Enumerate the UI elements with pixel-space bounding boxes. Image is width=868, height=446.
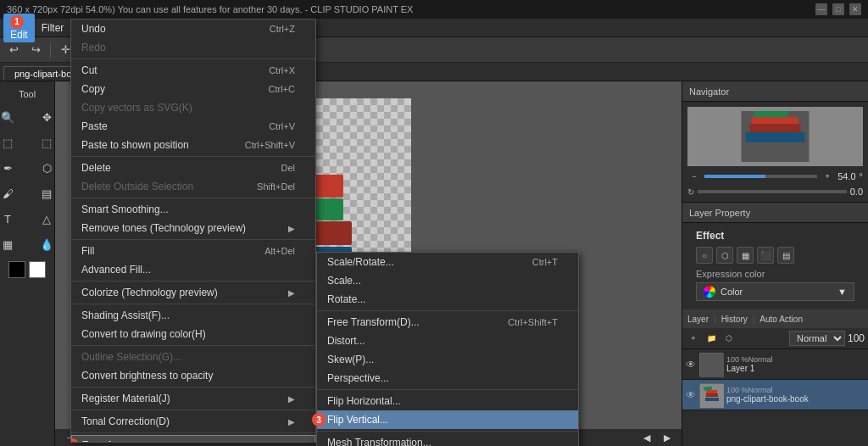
effect-label: Effect: [689, 226, 861, 245]
text-tool[interactable]: T: [0, 207, 26, 231]
submenu-scale[interactable]: Scale...: [317, 271, 578, 290]
search-tool[interactable]: 🔍: [0, 105, 26, 129]
menu-remove-tones[interactable]: Remove tones (Technology preview) ▶: [71, 219, 315, 237]
remove-tones-arrow: ▶: [288, 224, 295, 233]
menu-outline-selection[interactable]: Outline Selection(G)...: [71, 348, 315, 366]
maximize-button[interactable]: □: [832, 3, 844, 15]
distort-label: Distort...: [327, 335, 365, 347]
select-rect-tool[interactable]: ⬚: [0, 131, 26, 154]
copy-label: Copy: [81, 83, 105, 95]
menu-cut[interactable]: Cut Ctrl+X: [71, 61, 315, 80]
edit-badge: 1: [10, 15, 24, 29]
effect-btn-3[interactable]: ▦: [737, 247, 754, 264]
submenu-skew[interactable]: Skew(P)...: [317, 350, 578, 369]
flip-vertical-badge: 3: [312, 413, 326, 426]
effect-btn-2[interactable]: ⬡: [716, 247, 733, 264]
sub-sep-3: [317, 431, 578, 432]
svg-rect-18: [705, 398, 719, 401]
register-material-label: Register Material(J): [81, 393, 170, 404]
menu-transform[interactable]: 2 Transform ▶: [71, 435, 315, 443]
layer-row-2[interactable]: 👁 100 %Normal png-clipart-book-book: [682, 380, 868, 410]
submenu-distort[interactable]: Distort...: [317, 332, 578, 350]
submenu-mesh-transform[interactable]: Mesh Transformation...: [317, 433, 578, 446]
submenu-free-transform[interactable]: Free Transform(D)... Ctrl+Shift+T: [317, 313, 578, 332]
gradient-tool[interactable]: ▦: [0, 232, 26, 256]
menu-shading[interactable]: Shading Assist(F)...: [71, 306, 315, 325]
menu-paste-position[interactable]: Paste to shown position Ctrl+Shift+V: [71, 136, 315, 154]
submenu-flip-vertical[interactable]: 3 Flip Vertical...: [317, 410, 578, 429]
submenu-rotate[interactable]: Rotate...: [317, 290, 578, 309]
angle-value: 0.0: [850, 187, 863, 197]
submenu-perspective[interactable]: Perspective...: [317, 369, 578, 387]
menu-copy-svg[interactable]: Copy vectors as SVG(K): [71, 98, 315, 117]
layer-folder-button[interactable]: 📁: [704, 331, 719, 346]
pen-tool[interactable]: ✒: [0, 156, 26, 180]
undo-button[interactable]: ↩: [3, 40, 24, 60]
sub-sep-1: [317, 310, 578, 311]
nav-slider[interactable]: [704, 175, 817, 178]
minimize-button[interactable]: —: [815, 3, 827, 15]
toolbar-separator: [50, 42, 51, 58]
submenu-scale-rotate[interactable]: Scale/Rotate... Ctrl+T: [317, 253, 578, 271]
menu-undo[interactable]: Undo Ctrl+Z: [71, 20, 315, 38]
menu-tonal-correction[interactable]: Tonal Correction(D) ▶: [71, 412, 315, 431]
menu-register-material[interactable]: Register Material(J) ▶: [71, 389, 315, 408]
menu-item-filter[interactable]: Filter: [35, 20, 71, 36]
submenu-flip-horizontal[interactable]: Flip Horizontal...: [317, 392, 578, 410]
layer-row-1[interactable]: 👁 100 %Normal Layer 1: [682, 349, 868, 380]
flip-vertical-label: Flip Vertical...: [327, 414, 388, 426]
background-color[interactable]: [29, 261, 46, 278]
edit-context-menu: Undo Ctrl+Z Redo Cut Ctrl+X Copy Ctrl+C …: [70, 19, 316, 443]
blend-mode-select[interactable]: Normal: [789, 331, 845, 346]
transform-label: Transform: [82, 439, 128, 443]
layer-info-2: 100 %Normal png-clipart-book-book: [726, 386, 865, 404]
nav-zoom-value: 54.0: [837, 171, 855, 181]
angle-slider[interactable]: [698, 190, 847, 193]
close-button[interactable]: ✕: [849, 3, 861, 15]
layer-visibility-1[interactable]: 👁: [686, 359, 696, 371]
menu-paste[interactable]: Paste Ctrl+V: [71, 117, 315, 136]
menu-colorize[interactable]: Colorize (Technology preview) ▶: [71, 283, 315, 302]
brush-tool[interactable]: 🖌: [0, 181, 26, 205]
delete-shortcut: Del: [281, 163, 295, 173]
menu-advanced-fill[interactable]: Advanced Fill...: [71, 260, 315, 279]
flip-horizontal-label: Flip Horizontal...: [327, 395, 401, 407]
navigator-thumbnail[interactable]: [687, 107, 863, 166]
menu-smart-smoothing[interactable]: Smart Smoothing...: [71, 200, 315, 219]
panel-divider-1: |: [714, 315, 716, 324]
prev-frame-button[interactable]: ◀: [639, 430, 654, 445]
redo-button[interactable]: ↪: [25, 40, 46, 60]
menu-item-edit[interactable]: 1Edit: [3, 14, 35, 42]
right-panel: Navigator − + 54.0: [682, 81, 868, 446]
copy-svg-label: Copy vectors as SVG(K): [81, 102, 192, 114]
layer-controls-bar: + 📁 ⬡ Normal 100: [682, 328, 868, 349]
register-arrow: ▶: [288, 394, 295, 404]
perspective-label: Perspective...: [327, 372, 389, 384]
menu-delete-outside[interactable]: Delete Outside Selection Shift+Del: [71, 177, 315, 196]
layer-mask-button[interactable]: ⬡: [721, 331, 737, 346]
menu-delete[interactable]: Delete Del: [71, 159, 315, 177]
nav-zoom-in[interactable]: +: [821, 170, 834, 183]
next-frame-button[interactable]: ▶: [659, 430, 675, 445]
foreground-color[interactable]: [8, 261, 25, 278]
paste-shortcut: Ctrl+V: [269, 121, 295, 131]
menu-copy[interactable]: Copy Ctrl+C: [71, 80, 315, 98]
effect-btn-5[interactable]: ▤: [777, 247, 794, 264]
navigator-label: Navigator: [689, 86, 729, 97]
sep-6: [71, 304, 315, 304]
effect-btn-1[interactable]: ○: [696, 247, 713, 264]
nav-zoom-out[interactable]: −: [687, 170, 701, 183]
opacity-value: 100: [848, 332, 865, 344]
menu-convert-drawing[interactable]: Convert to drawing color(H): [71, 325, 315, 343]
menu-fill[interactable]: Fill Alt+Del: [71, 242, 315, 260]
title-text: 360 x 720px 72dpi 54.0%) You can use all…: [7, 4, 413, 14]
color-selector[interactable]: Color ▼: [696, 282, 854, 301]
undo-label: Undo: [81, 23, 106, 35]
menu-convert-brightness[interactable]: Convert brightness to opacity: [71, 366, 315, 385]
transform-submenu: Scale/Rotate... Ctrl+T Scale... Rotate..…: [316, 252, 579, 446]
layer-new-button[interactable]: +: [686, 331, 701, 346]
menu-redo[interactable]: Redo: [71, 38, 315, 57]
mesh-transform-label: Mesh Transformation...: [327, 437, 431, 446]
effect-btn-4[interactable]: ⬛: [757, 247, 774, 264]
layer-visibility-2[interactable]: 👁: [686, 389, 696, 401]
